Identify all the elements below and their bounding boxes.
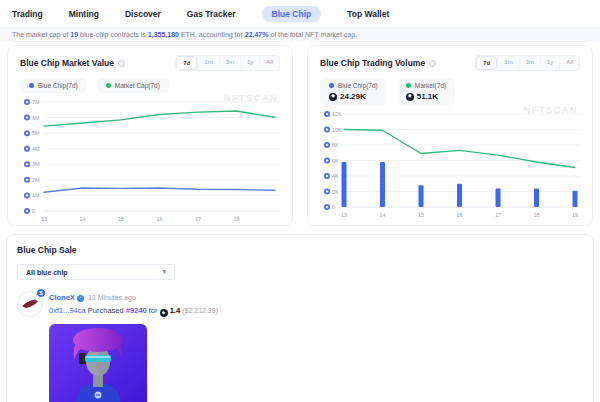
- market-value-title: Blue Chip Market Value: [20, 58, 125, 68]
- svg-text:15: 15: [418, 212, 424, 218]
- range-3m[interactable]: 3m: [519, 56, 540, 70]
- svg-text:4M: 4M: [32, 146, 40, 152]
- range-1y[interactable]: 1y: [240, 56, 259, 70]
- market-cap-percent: 22.47%: [245, 31, 269, 38]
- svg-text:12K: 12K: [332, 111, 342, 117]
- top-nav: Trading Minting Discover Gas Tracker Blu…: [0, 0, 600, 27]
- trading-volume-card: Blue Chip Trading Volume 7d 1m 3m 1y All…: [307, 45, 593, 226]
- info-icon[interactable]: [429, 60, 436, 67]
- market-value-chart[interactable]: 7M6M5M4M3M2M1M0131415161718: [18, 97, 282, 223]
- legend-blue-chip[interactable]: Blue Chip(7d): [20, 78, 87, 93]
- nav-tab-gas-tracker[interactable]: Gas Tracker: [187, 9, 236, 19]
- contract-count: 19: [70, 31, 78, 38]
- range-all[interactable]: All: [259, 56, 279, 70]
- svg-text:18: 18: [233, 216, 239, 222]
- clonex-avatar-image: [49, 324, 147, 402]
- sale-line-2: 0xf1...94ca Purchased #9240 for 1.4 ($2,…: [49, 304, 218, 317]
- nftscan-watermark: NFTSCAN: [224, 92, 279, 103]
- nav-tab-discover[interactable]: Discover: [125, 9, 161, 19]
- sale-price-usd: ($2,212.39): [182, 307, 218, 314]
- svg-text:17: 17: [495, 212, 501, 218]
- svg-text:2M: 2M: [32, 177, 40, 183]
- range-7d[interactable]: 7d: [176, 56, 197, 70]
- collection-avatar[interactable]: $: [17, 291, 43, 317]
- svg-text:6M: 6M: [32, 115, 40, 121]
- svg-text:15: 15: [118, 216, 124, 222]
- charts-row: Blue Chip Market Value 7d 1m 3m 1y All B…: [0, 42, 600, 226]
- svg-text:0: 0: [32, 208, 35, 214]
- blue-chip-sale-card: Blue Chip Sale All blue chip $ CloneX 13…: [6, 234, 594, 402]
- range-all[interactable]: All: [559, 56, 579, 70]
- range-1y[interactable]: 1y: [540, 56, 559, 70]
- chevron-down-icon: [162, 268, 166, 276]
- green-dot-icon: [106, 83, 111, 88]
- svg-text:18: 18: [533, 212, 539, 218]
- range-selector: 7d 1m 3m 1y All: [175, 55, 280, 71]
- range-selector: 7d 1m 3m 1y All: [475, 55, 580, 71]
- range-1m[interactable]: 1m: [497, 56, 518, 70]
- eth-icon: [329, 93, 337, 101]
- legend-market-cap[interactable]: Market Cap(7d): [97, 78, 169, 93]
- trading-volume-title: Blue Chip Trading Volume: [320, 58, 436, 68]
- token-id-link[interactable]: #9240: [126, 306, 147, 315]
- legend-blue-chip-volume[interactable]: Blue Chip(7d) 24.29K: [320, 78, 387, 105]
- svg-text:14: 14: [79, 216, 85, 222]
- blue-chip-volume-value: 24.29K: [340, 92, 366, 101]
- svg-text:16: 16: [456, 212, 462, 218]
- nav-tab-blue-chip[interactable]: Blue Chip: [262, 6, 322, 22]
- eth-icon: [406, 93, 414, 101]
- market-cap-eth: 1,355,180: [148, 31, 179, 38]
- svg-text:4K: 4K: [332, 173, 339, 179]
- sale-list-item: $ CloneX 13 Minutes ago 0xf1...94ca Purc…: [17, 291, 583, 317]
- blue-dot-icon: [329, 83, 334, 88]
- green-dot-icon: [406, 83, 411, 88]
- svg-text:13: 13: [41, 216, 47, 222]
- range-3m[interactable]: 3m: [219, 56, 240, 70]
- verified-badge-icon: [77, 295, 84, 302]
- sale-price-eth: 1.4: [170, 306, 180, 315]
- svg-text:2K: 2K: [332, 189, 339, 195]
- svg-text:13: 13: [341, 212, 347, 218]
- svg-text:17: 17: [195, 216, 201, 222]
- svg-text:6K: 6K: [332, 158, 339, 164]
- range-1m[interactable]: 1m: [197, 56, 218, 70]
- eth-icon: [160, 309, 168, 317]
- nft-thumbnail[interactable]: [49, 324, 147, 402]
- svg-text:19: 19: [572, 212, 578, 218]
- market-volume-value: 51.1K: [417, 92, 438, 101]
- trading-volume-chart[interactable]: 12K10K8K6K4K2K013141516171819: [318, 109, 582, 219]
- market-cap-summary: The market cap of 19 blue-chip contracts…: [0, 27, 600, 42]
- legend-market-volume[interactable]: Market(7d) 51.1K: [397, 78, 455, 105]
- info-icon[interactable]: [118, 60, 125, 67]
- trading-volume-legend: Blue Chip(7d) 24.29K Market(7d) 51.1K: [308, 74, 592, 107]
- buyer-address-link[interactable]: 0xf1...94ca: [49, 306, 86, 315]
- market-value-card: Blue Chip Market Value 7d 1m 3m 1y All B…: [7, 45, 293, 226]
- svg-text:14: 14: [379, 212, 385, 218]
- svg-text:3M: 3M: [32, 161, 40, 167]
- market-value-plot: NFTSCAN 7M6M5M4M3M2M1M0131415161718: [8, 95, 292, 225]
- svg-text:16: 16: [156, 216, 162, 222]
- range-7d[interactable]: 7d: [476, 56, 497, 70]
- trading-volume-plot: NFTSCAN 12K10K8K6K4K2K013141516171819: [308, 107, 592, 225]
- svg-text:5M: 5M: [32, 130, 40, 136]
- nav-tab-trading[interactable]: Trading: [12, 9, 43, 19]
- blue-dot-icon: [29, 83, 34, 88]
- nav-tab-top-wallet[interactable]: Top Wallet: [347, 9, 389, 19]
- svg-text:10K: 10K: [332, 127, 342, 133]
- blue-chip-filter-dropdown[interactable]: All blue chip: [17, 264, 175, 280]
- sale-card-title: Blue Chip Sale: [17, 245, 583, 255]
- summary-text: The market cap of: [12, 31, 70, 38]
- svg-text:0: 0: [332, 204, 335, 210]
- svg-text:7M: 7M: [32, 99, 40, 105]
- svg-text:8K: 8K: [332, 142, 339, 148]
- nav-tab-minting[interactable]: Minting: [69, 9, 99, 19]
- dollar-badge-icon: $: [36, 288, 46, 298]
- svg-text:1M: 1M: [32, 192, 40, 198]
- collection-link[interactable]: CloneX: [49, 293, 75, 302]
- sale-line-1: CloneX 13 Minutes ago: [49, 291, 218, 304]
- sale-timestamp: 13 Minutes ago: [88, 294, 136, 301]
- nftscan-watermark: NFTSCAN: [524, 104, 579, 115]
- filter-selected-value: All blue chip: [26, 269, 68, 276]
